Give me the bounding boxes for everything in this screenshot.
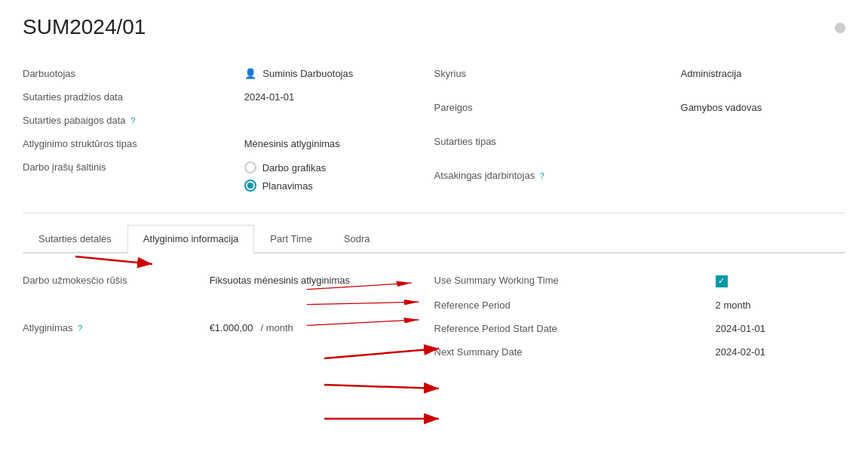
- status-dot: [835, 23, 845, 33]
- help-icon-atsakingas[interactable]: ?: [540, 171, 544, 180]
- content-left: Darbo užmokesčio rūšis Fiksuotas mėnesin…: [23, 269, 434, 364]
- reference-period-start-row: Reference Period Start Date 2024-01-01: [434, 317, 846, 340]
- help-icon-atlyginimas[interactable]: ?: [78, 324, 82, 333]
- darbuotojas-label: Darbuotojas: [23, 62, 235, 85]
- atsakingas-value: [672, 164, 845, 198]
- sutarties-tipas-row: Sutarties tipas: [434, 130, 846, 164]
- atlyginimas-label: Atlyginimas ?: [23, 316, 201, 364]
- pareigos-row: Pareigos Gamybos vadovas: [434, 96, 846, 130]
- pareigos-label: Pareigos: [434, 96, 672, 130]
- page-title: SUM2024/01: [23, 15, 146, 39]
- help-icon-pabaigos[interactable]: ?: [130, 116, 135, 125]
- user-icon: 👤: [244, 68, 256, 79]
- atlyginimas-value: €1.000,00 / month: [201, 316, 434, 364]
- summary-checkbox[interactable]: ✓: [716, 275, 728, 287]
- atlyginimo-struktura-row: Atlyginimo struktūros tipas Mėnesinis at…: [23, 132, 434, 155]
- darbo-uzmokescio-value: Fiksuotas mėnesinis atlyginimas: [201, 269, 434, 316]
- atlyginimas-row: Atlyginimas ? €1.000,00 / month: [23, 316, 434, 364]
- check-icon: ✓: [718, 276, 725, 286]
- radio-circle-planavimas: [244, 180, 256, 192]
- darbo-irasų-value: Darbo grafikas Planavimas: [235, 155, 434, 198]
- reference-period-label: Reference Period: [434, 293, 707, 317]
- content-right: Use Summary Working Time ✓ Reference Per…: [434, 269, 846, 364]
- darbo-uzmokescio-label: Darbo užmokesčio rūšis: [23, 269, 201, 316]
- radio-label-planavimas: Planavimas: [262, 180, 313, 192]
- skyrius-label: Skyrius: [434, 62, 672, 96]
- skyrius-row: Skyrius Administracija: [434, 62, 846, 96]
- atlyginimo-struktura-label: Atlyginimo struktūros tipas: [23, 132, 235, 155]
- radio-circle-darbo: [244, 161, 256, 174]
- sutarties-pabaigos-row: Sutarties pabaigos data ?: [23, 109, 434, 132]
- radio-group: Darbo grafikas Planavimas: [244, 161, 425, 192]
- radio-darbo-grafikas[interactable]: Darbo grafikas: [244, 161, 425, 174]
- tab-sodra[interactable]: Sodra: [328, 225, 386, 252]
- darbo-irasų-label: Darbo įrašų šaltinis: [23, 155, 235, 198]
- tab-sutarties-detales[interactable]: Sutarties detalės: [23, 225, 127, 252]
- tab-content: Darbo užmokesčio rūšis Fiksuotas mėnesin…: [23, 269, 845, 364]
- atlyginimo-struktura-value: Mėnesinis atlyginimas: [235, 132, 434, 155]
- reference-period-value: 2 month: [707, 293, 845, 317]
- sutarties-pabaigos-label: Sutarties pabaigos data ?: [23, 109, 235, 132]
- pareigos-value: Gamybos vadovas: [672, 96, 845, 130]
- reference-period-start-value: 2024-01-01: [707, 317, 845, 340]
- next-summary-date-label: Next Summary Date: [434, 340, 707, 364]
- reference-period-row: Reference Period 2 month: [434, 293, 846, 317]
- form-left: Darbuotojas 👤 Suminis Darbuotojas Sutart…: [23, 62, 434, 198]
- sutarties-pabaigos-value: [235, 109, 434, 132]
- skyrius-value: Administracija: [672, 62, 845, 96]
- tabs-bar: Sutarties detalės Atlyginimo informacija…: [23, 225, 845, 253]
- use-summary-row: Use Summary Working Time ✓: [434, 269, 846, 293]
- form-right: Skyrius Administracija Pareigos Gamybos …: [434, 62, 846, 198]
- darbuotojas-row: Darbuotojas 👤 Suminis Darbuotojas: [23, 62, 434, 85]
- radio-label-darbo: Darbo grafikas: [262, 162, 327, 174]
- darbuotojas-value: 👤 Suminis Darbuotojas: [235, 62, 434, 85]
- darbo-irasų-row: Darbo įrašų šaltinis Darbo grafikas Plan…: [23, 155, 434, 198]
- per-month-label: / month: [260, 322, 293, 333]
- next-summary-date-row: Next Summary Date 2024-02-01: [434, 340, 846, 364]
- use-summary-label: Use Summary Working Time: [434, 269, 707, 293]
- sutarties-pradzios-row: Sutarties pradžios data 2024-01-01: [23, 85, 434, 109]
- sutarties-pradzios-label: Sutarties pradžios data: [23, 85, 235, 109]
- use-summary-value[interactable]: ✓: [707, 269, 845, 293]
- sutarties-tipas-label: Sutarties tipas: [434, 130, 672, 164]
- amount-row: €1.000,00 / month: [210, 322, 425, 333]
- darbo-uzmokescio-row: Darbo užmokesčio rūšis Fiksuotas mėnesin…: [23, 269, 434, 316]
- reference-period-start-label: Reference Period Start Date: [434, 317, 707, 340]
- atsakingas-label: Atsakingas įdarbintojas ?: [434, 164, 672, 198]
- sutarties-tipas-value: [672, 130, 845, 164]
- tab-atlyginimo-informacija[interactable]: Atlyginimo informacija: [127, 225, 254, 253]
- tab-part-time[interactable]: Part Time: [254, 225, 328, 252]
- radio-planavimas[interactable]: Planavimas: [244, 180, 425, 192]
- divider: [23, 213, 845, 213]
- atsakingas-row: Atsakingas įdarbintojas ?: [434, 164, 846, 198]
- sutarties-pradzios-value: 2024-01-01: [235, 85, 434, 109]
- next-summary-date-value: 2024-02-01: [707, 340, 845, 364]
